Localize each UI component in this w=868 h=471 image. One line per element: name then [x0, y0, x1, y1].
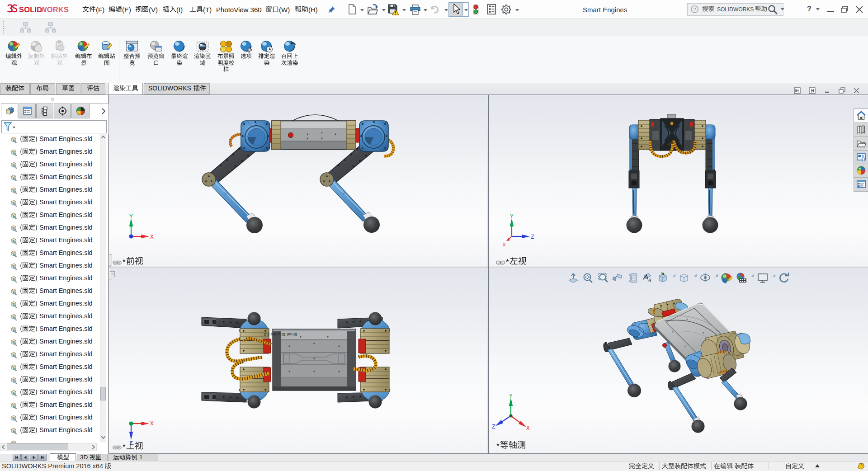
- svg-text:?: ?: [693, 7, 696, 12]
- svg-text:SOLID: SOLID: [19, 5, 42, 14]
- svg-text:WORKS: WORKS: [40, 5, 69, 14]
- svg-text:Smart Engines 4.0: Smart Engines 4.0: [264, 332, 297, 337]
- svg-text:A: A: [647, 277, 651, 283]
